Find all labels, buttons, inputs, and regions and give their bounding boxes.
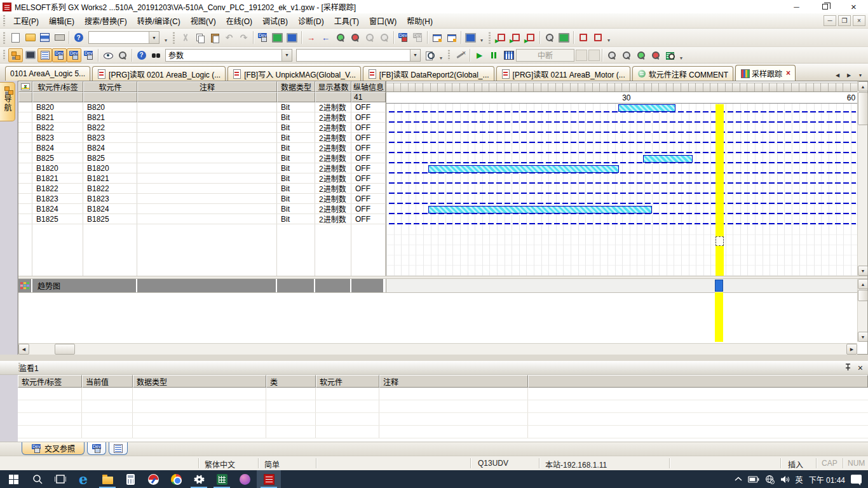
watch-window-button[interactable] — [444, 30, 459, 44]
trace-transfer-button[interactable] — [557, 30, 571, 44]
device-test-button[interactable] — [285, 30, 299, 44]
wave-zoom2-button[interactable] — [648, 48, 663, 62]
document-tab-5[interactable]: [PRG]读取 0211 AreaB_Motor (... — [496, 66, 630, 81]
task-view-button[interactable] — [48, 470, 72, 488]
edge-button[interactable]: e — [71, 470, 95, 488]
grid-zoom-button[interactable] — [663, 48, 677, 62]
trace-corner-cell[interactable] — [18, 81, 32, 92]
menu-item[interactable]: 诊断(D) — [293, 13, 329, 28]
device-comment-button[interactable] — [52, 48, 67, 62]
module-configuration-button[interactable] — [23, 48, 37, 62]
device-row[interactable]: B825B825Bit2进制数OFF — [18, 153, 386, 163]
pin-icon[interactable] — [844, 363, 851, 373]
calculator-button[interactable] — [118, 470, 142, 488]
tab-scroll-right-icon[interactable]: ▶ — [844, 69, 854, 81]
watch-column-header[interactable]: 软元件 — [316, 375, 379, 388]
minimize-icon[interactable]: ─ — [782, 0, 811, 13]
trace-vertical-axis-button[interactable] — [576, 30, 590, 44]
spreadsheet-app-button[interactable] — [210, 470, 234, 488]
watch-title-bar[interactable]: 监看1 × — [0, 361, 868, 375]
menu-item[interactable]: 搜索/替换(F) — [79, 13, 132, 28]
zoom-out-trace-button[interactable] — [604, 48, 619, 62]
menu-item[interactable]: 编辑(E) — [44, 13, 79, 28]
battery-icon[interactable] — [748, 476, 759, 483]
column-header[interactable]: 数据类型 — [277, 81, 315, 92]
device-row[interactable]: B1822B1822Bit2进制数OFF — [18, 184, 386, 194]
column-header[interactable]: 纵轴信息 — [351, 81, 386, 92]
document-tab-3[interactable]: [FB]写入 UnpickMAG(Global_V... — [227, 66, 361, 81]
watch-row[interactable] — [18, 413, 868, 426]
document-tab-1[interactable]: 0101 AreaA_Logic 5... — [5, 66, 90, 81]
navigation-tab[interactable]: 导航 — [0, 82, 15, 121]
scrollbar-thumb[interactable] — [858, 290, 868, 301]
list-view-button[interactable] — [37, 48, 52, 62]
chevron-down-icon[interactable]: ▼ — [410, 50, 420, 61]
watch-row[interactable] — [18, 426, 868, 438]
help-button[interactable]: ? — [71, 30, 86, 44]
trace-cursor-bar[interactable] — [715, 104, 724, 276]
device-row[interactable]: B824B824Bit2进制数OFF — [18, 143, 386, 153]
clock[interactable]: 下午 01:44 — [809, 474, 845, 485]
trace-vertical-scrollbar[interactable]: ▲ ▼ — [857, 81, 867, 276]
mdi-restore-icon[interactable]: ❐ — [838, 15, 851, 26]
paste-button[interactable] — [207, 30, 222, 44]
trend-graph-body[interactable] — [18, 292, 858, 342]
chevron-down-icon[interactable]: ▼ — [149, 32, 159, 43]
document-tab-6[interactable]: 软元件注释 COMMENT — [632, 66, 733, 81]
device-find-combo-2[interactable]: ▼ — [296, 49, 421, 62]
device-row[interactable]: B1821B1821Bit2进制数OFF — [18, 173, 386, 184]
network-icon[interactable] — [765, 475, 775, 484]
trend-cursor-bar[interactable] — [715, 292, 723, 342]
device-monitor-start-button[interactable] — [396, 30, 410, 44]
help2-button[interactable]: ? — [134, 48, 149, 62]
trace-pause-button[interactable] — [487, 48, 501, 62]
column-header[interactable]: 注释 — [137, 81, 277, 92]
close-icon[interactable]: × — [839, 0, 868, 13]
device-row[interactable]: B1820B1820Bit2进制数OFF — [18, 163, 386, 173]
wave-zoom1-button[interactable] — [634, 48, 648, 62]
watch-column-header[interactable]: 当前值 — [82, 375, 133, 388]
read-from-plc-button[interactable]: ← — [318, 30, 333, 44]
document-tab-4[interactable]: [FB]读取 DataReport2(Global_... — [363, 66, 494, 81]
copy-button[interactable] — [193, 30, 207, 44]
scrollbar-thumb[interactable] — [55, 344, 75, 355]
trace-settings-button[interactable] — [453, 48, 468, 62]
restore-icon[interactable] — [811, 0, 839, 13]
menu-item[interactable]: 工程(P) — [8, 13, 44, 28]
tab-close-icon[interactable]: × — [786, 69, 790, 78]
file-explorer-button[interactable] — [95, 470, 119, 488]
window-list-combo[interactable]: ▼ — [88, 31, 159, 44]
notification-icon[interactable] — [851, 475, 862, 484]
device-monitor-button[interactable] — [270, 30, 285, 44]
tab-scroll-left-icon[interactable]: ◀ — [832, 69, 843, 81]
monitor-start-button[interactable] — [333, 30, 348, 44]
trace-start-button[interactable]: ▶ — [472, 48, 487, 62]
device-row[interactable]: B1824B1824Bit2进制数OFF — [18, 204, 386, 214]
doc-zoom-button[interactable] — [423, 48, 437, 62]
document-tab-2[interactable]: [PRG]读取 0201 AreaB_Logic (... — [92, 66, 226, 81]
dock-splitter[interactable] — [0, 355, 868, 361]
device-row[interactable]: B820B820Bit2进制数OFF — [18, 102, 386, 112]
device-search-button[interactable] — [115, 48, 130, 62]
scroll-left-icon[interactable]: ◀ — [18, 344, 29, 355]
find-button[interactable] — [149, 48, 163, 62]
menu-item[interactable]: 窗口(W) — [364, 13, 402, 28]
tab-output-list[interactable] — [109, 442, 128, 455]
toolbar-overflow-icon[interactable]: ▾ — [677, 48, 685, 62]
menu-item[interactable]: 调试(B) — [257, 13, 293, 28]
tab-device-list[interactable] — [87, 442, 106, 455]
menu-item[interactable]: 工具(T) — [329, 13, 364, 28]
open-project-button[interactable] — [23, 30, 37, 44]
save-project-button[interactable] — [37, 30, 52, 44]
volume-icon[interactable] — [780, 475, 790, 484]
scrollbar-thumb[interactable] — [858, 92, 868, 125]
device-row[interactable]: B821B821Bit2进制数OFF — [18, 112, 386, 123]
watch-column-header[interactable]: 类 — [266, 375, 316, 388]
device-table-button[interactable] — [67, 48, 81, 62]
tab-cross-reference[interactable]: 交叉参照 — [22, 442, 85, 455]
device-find-combo[interactable]: 参数 ▼ — [165, 49, 292, 62]
column-header[interactable]: 显示基数 — [315, 81, 351, 92]
toolbar-overflow-icon[interactable]: ▾ — [437, 48, 445, 62]
purple-app-button[interactable] — [233, 470, 257, 488]
document-tab-7[interactable]: 采样跟踪× — [735, 65, 796, 81]
